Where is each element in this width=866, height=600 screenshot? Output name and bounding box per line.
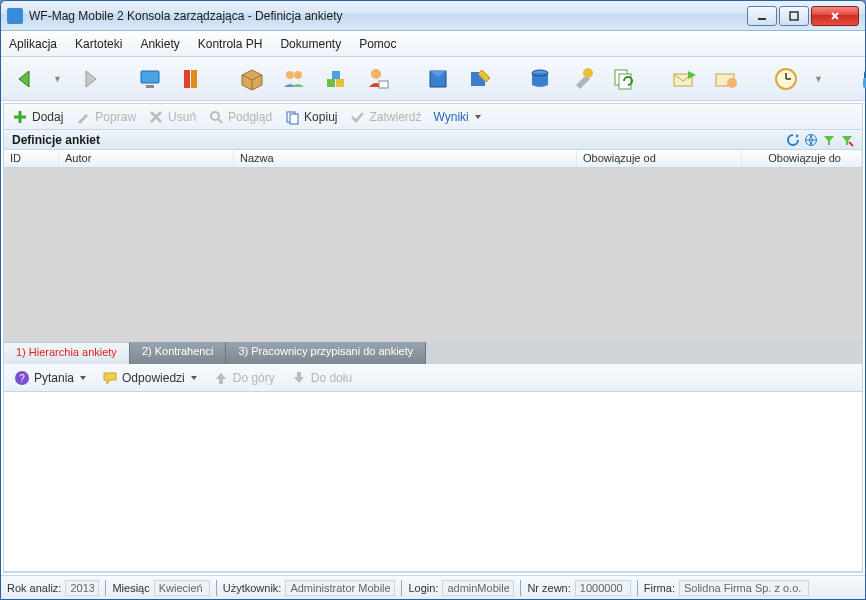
popraw-button[interactable]: Popraw — [75, 109, 136, 125]
arrow-up-icon — [213, 370, 229, 386]
pytania-button[interactable]: ? Pytania — [14, 370, 86, 386]
svg-point-17 — [583, 68, 593, 78]
svg-rect-5 — [146, 85, 154, 88]
main-toolbar: ▼ ▼ — [1, 57, 865, 101]
books-icon[interactable] — [178, 64, 206, 94]
panel-toolbar: ? Pytania Odpowiedzi Do góry Do dołu — [4, 364, 862, 392]
svg-rect-7 — [191, 70, 197, 88]
globe-icon[interactable] — [804, 133, 818, 147]
odpowiedzi-button[interactable]: Odpowiedzi — [102, 370, 197, 386]
wyniki-button[interactable]: Wyniki — [433, 110, 480, 124]
mail-user-icon[interactable] — [712, 64, 740, 94]
miesiac-label: Miesiąc — [112, 582, 149, 594]
window-title: WF-Mag Mobile 2 Konsola zarządzająca - D… — [29, 9, 747, 23]
back-icon[interactable] — [11, 64, 39, 94]
app-window: WF-Mag Mobile 2 Konsola zarządzająca - D… — [0, 0, 866, 600]
svg-line-28 — [218, 119, 222, 123]
refresh-icon[interactable] — [786, 133, 800, 147]
column-obowiazuje-od[interactable]: Obowiązuje od — [577, 150, 742, 167]
svg-point-9 — [294, 71, 302, 79]
svg-rect-1 — [790, 12, 798, 20]
tab-kontrahenci[interactable]: 2) Kontrahenci — [130, 342, 227, 364]
table-header: ID Autor Nazwa Obowiązuje od Obowiązuje … — [4, 150, 862, 168]
book-blue-icon[interactable] — [424, 64, 452, 94]
bubble-icon — [102, 370, 118, 386]
chevron-down-icon — [475, 115, 481, 119]
table-body[interactable] — [4, 168, 862, 342]
menu-ankiety[interactable]: Ankiety — [140, 37, 179, 51]
dogory-button[interactable]: Do góry — [213, 370, 275, 386]
login-label: Login: — [408, 582, 438, 594]
menu-kontrola-ph[interactable]: Kontrola PH — [198, 37, 263, 51]
action-toolbar: Dodaj Popraw Usuń Podgląd Kopiuj Zatwier… — [4, 104, 862, 130]
plus-icon — [12, 109, 28, 125]
column-id[interactable]: ID — [4, 150, 59, 167]
svg-rect-30 — [290, 114, 298, 124]
forward-icon[interactable] — [76, 64, 104, 94]
nrzewn-field[interactable] — [575, 580, 631, 596]
column-nazwa[interactable]: Nazwa — [234, 150, 577, 167]
mail-send-icon[interactable] — [670, 64, 698, 94]
tab-pracownicy[interactable]: 3) Pracownicy przypisani do ankiety — [226, 342, 426, 364]
maximize-button[interactable] — [779, 6, 809, 26]
filter-clear-icon[interactable] — [840, 133, 854, 147]
app-icon — [7, 8, 23, 24]
tab-hierarchia-ankiety[interactable]: 1) Hierarchia ankiety — [4, 342, 130, 364]
kopiuj-button[interactable]: Kopiuj — [284, 109, 337, 125]
svg-rect-4 — [141, 71, 159, 83]
x-icon — [148, 109, 164, 125]
panel-body[interactable] — [4, 392, 862, 572]
question-icon: ? — [14, 370, 30, 386]
minimize-button[interactable] — [747, 6, 777, 26]
lock-icon[interactable] — [855, 64, 866, 94]
chevron-down-icon — [80, 376, 86, 380]
tools-icon[interactable] — [568, 64, 596, 94]
svg-rect-10 — [327, 79, 335, 87]
svg-text:?: ? — [19, 373, 25, 384]
podglad-button[interactable]: Podgląd — [208, 109, 272, 125]
filter-icon[interactable] — [822, 133, 836, 147]
menu-kartoteki[interactable]: Kartoteki — [75, 37, 122, 51]
menu-pomoc[interactable]: Pomoc — [359, 37, 396, 51]
column-obowiazuje-do[interactable]: Obowiązuje do — [742, 150, 862, 167]
dodolu-button[interactable]: Do dołu — [291, 370, 352, 386]
svg-rect-6 — [184, 70, 190, 88]
uzytkownik-field[interactable] — [285, 580, 395, 596]
usun-button[interactable]: Usuń — [148, 109, 196, 125]
menu-dokumenty[interactable]: Dokumenty — [280, 37, 341, 51]
refresh-docs-icon[interactable] — [610, 64, 638, 94]
titlebar: WF-Mag Mobile 2 Konsola zarządzająca - D… — [1, 1, 865, 31]
rok-analiz-label: Rok analiz: — [7, 582, 61, 594]
svg-point-27 — [211, 112, 219, 120]
close-button[interactable] — [811, 6, 859, 26]
arrow-down-icon — [291, 370, 307, 386]
rok-analiz-field[interactable] — [65, 580, 99, 596]
box-icon[interactable] — [238, 64, 266, 94]
svg-point-8 — [286, 71, 294, 79]
dodaj-button[interactable]: Dodaj — [12, 109, 63, 125]
miesiac-field[interactable] — [154, 580, 210, 596]
book-pencil-icon[interactable] — [466, 64, 494, 94]
clock-icon[interactable] — [772, 64, 800, 94]
svg-point-22 — [727, 78, 737, 88]
section-title: Definicje ankiet — [12, 133, 100, 147]
svg-line-32 — [849, 142, 853, 146]
menu-aplikacja[interactable]: Aplikacja — [9, 37, 57, 51]
column-autor[interactable]: Autor — [59, 150, 234, 167]
zatwierdz-button[interactable]: Zatwierdź — [349, 109, 421, 125]
check-icon — [349, 109, 365, 125]
uzytkownik-label: Użytkownik: — [223, 582, 282, 594]
computer-icon[interactable] — [136, 64, 164, 94]
login-field[interactable] — [442, 580, 514, 596]
user-card-icon[interactable] — [364, 64, 392, 94]
firma-field[interactable] — [679, 580, 809, 596]
cubes-icon[interactable] — [322, 64, 350, 94]
svg-rect-12 — [332, 71, 340, 79]
copy-icon — [284, 109, 300, 125]
users-icon[interactable] — [280, 64, 308, 94]
firma-label: Firma: — [644, 582, 675, 594]
database-icon[interactable] — [526, 64, 554, 94]
menubar: Aplikacja Kartoteki Ankiety Kontrola PH … — [1, 31, 865, 57]
nrzewn-label: Nr zewn: — [527, 582, 570, 594]
tabs: 1) Hierarchia ankiety 2) Kontrahenci 3) … — [4, 342, 862, 364]
